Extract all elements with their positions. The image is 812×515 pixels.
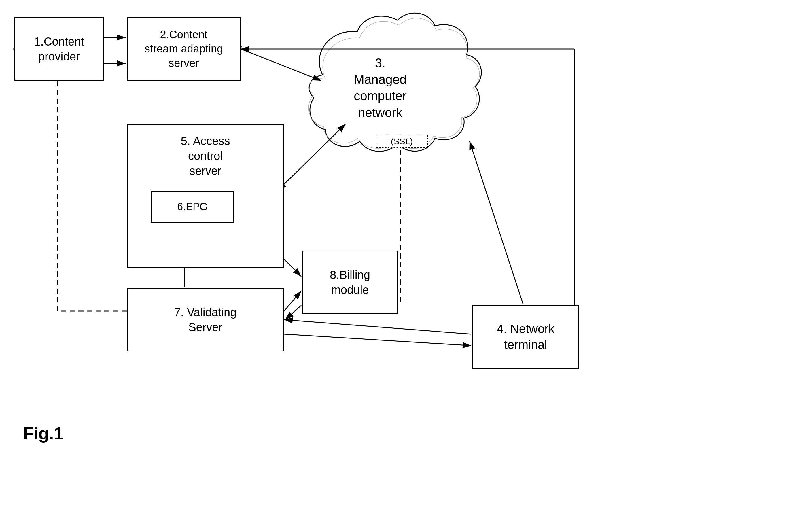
svg-line-12 (284, 320, 471, 334)
diagram: 1.Content provider 2.Content stream adap… (0, 0, 812, 515)
fig-label: Fig.1 (23, 423, 63, 443)
network-terminal-box: 4. Network terminal (472, 305, 579, 369)
billing-module-box: 8.Billing module (302, 251, 398, 314)
svg-line-10 (285, 305, 301, 320)
validating-server-box: 7. Validating Server (127, 288, 284, 351)
svg-line-9 (284, 291, 301, 311)
svg-line-5 (241, 49, 321, 81)
svg-line-13 (284, 334, 471, 346)
content-stream-box: 2.Content stream adapting server (127, 17, 241, 81)
content-provider-box: 1.Content provider (14, 17, 104, 81)
arrows-svg (0, 0, 812, 515)
cloud-label: 3.Managedcomputernetwork (328, 55, 432, 121)
access-control-box: 5. Access control server 6.EPG (127, 124, 284, 268)
cloud-shape (309, 13, 481, 151)
ssl-label: (SSL) (376, 135, 428, 148)
svg-line-6 (284, 124, 346, 184)
epg-box: 6.EPG (151, 191, 234, 223)
svg-line-11 (469, 141, 523, 304)
